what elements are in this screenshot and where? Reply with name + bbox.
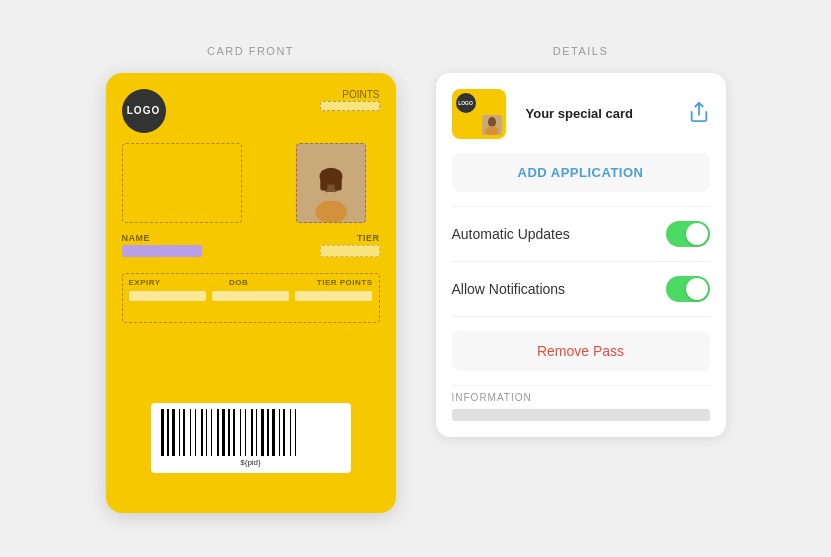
svg-point-4: [315, 200, 346, 221]
share-button[interactable]: [688, 101, 710, 127]
svg-rect-2: [320, 176, 327, 190]
card-name-bar: [122, 245, 202, 257]
card-photo-bust-icon: [306, 162, 356, 222]
left-panel: CARD FRONT LOGO POINTS: [106, 45, 396, 513]
card-front-title: CARD FRONT: [207, 45, 294, 57]
svg-rect-5: [327, 192, 334, 201]
svg-point-6: [488, 117, 496, 127]
automatic-updates-toggle[interactable]: [666, 221, 710, 247]
info-section-label: INFORMATION: [452, 392, 710, 403]
details-thumb-logo: LOGO: [456, 93, 476, 113]
card-bottom-area: EXPIRY DOB TIER POINTS: [122, 273, 380, 323]
divider-3: [452, 316, 710, 317]
tier-points-label: TIER POINTS: [317, 278, 373, 287]
automatic-updates-row: Automatic Updates: [452, 213, 710, 255]
dob-label: DOB: [229, 278, 248, 287]
allow-notifications-knob: [686, 278, 708, 300]
avatar-icon: [482, 115, 502, 135]
barcode-lines: [161, 409, 341, 456]
details-card-name: Your special card: [526, 106, 633, 121]
card-logo: LOGO: [122, 89, 166, 133]
svg-rect-3: [334, 176, 341, 190]
allow-notifications-label: Allow Notifications: [452, 281, 566, 297]
card-name-label: NAME: [122, 233, 151, 243]
card-barcode-area: ${pid}: [151, 403, 351, 473]
details-card: LOGO Your special card: [436, 73, 726, 437]
automatic-updates-label: Automatic Updates: [452, 226, 570, 242]
info-section: INFORMATION: [452, 392, 710, 421]
svg-point-7: [485, 126, 499, 135]
remove-pass-button[interactable]: Remove Pass: [452, 331, 710, 371]
expiry-label: EXPIRY: [129, 278, 161, 287]
allow-notifications-row: Allow Notifications: [452, 268, 710, 310]
tier-points-bar: [295, 291, 372, 301]
card-photo-area: [296, 143, 366, 223]
details-thumb-avatar: [482, 115, 502, 135]
card-bottom-labels: EXPIRY DOB TIER POINTS: [129, 278, 373, 287]
automatic-updates-knob: [686, 223, 708, 245]
main-container: CARD FRONT LOGO POINTS: [66, 25, 766, 533]
expiry-bar: [129, 291, 206, 301]
divider-4: [452, 385, 710, 386]
allow-notifications-toggle[interactable]: [666, 276, 710, 302]
card-field-area: [122, 143, 242, 223]
divider-2: [452, 261, 710, 262]
share-icon: [688, 101, 710, 123]
card-bottom-bars: [129, 291, 373, 301]
card-tier-label: TIER: [357, 233, 380, 243]
right-panel: DETAILS LOGO: [436, 45, 726, 437]
details-card-thumb: LOGO: [452, 89, 506, 139]
details-card-title-row: Your special card: [526, 106, 633, 121]
dob-bar: [212, 291, 289, 301]
card-points-label: POINTS: [342, 89, 379, 100]
card-points-bar: [320, 101, 380, 111]
barcode-id: ${pid}: [240, 458, 260, 467]
details-header: LOGO Your special card: [452, 89, 710, 139]
card-tier-bar: [320, 245, 380, 257]
add-application-button[interactable]: ADD APPLICATION: [452, 153, 710, 192]
divider-1: [452, 206, 710, 207]
card-front: LOGO POINTS: [106, 73, 396, 513]
details-title: DETAILS: [553, 45, 609, 57]
info-bar: [452, 409, 710, 421]
